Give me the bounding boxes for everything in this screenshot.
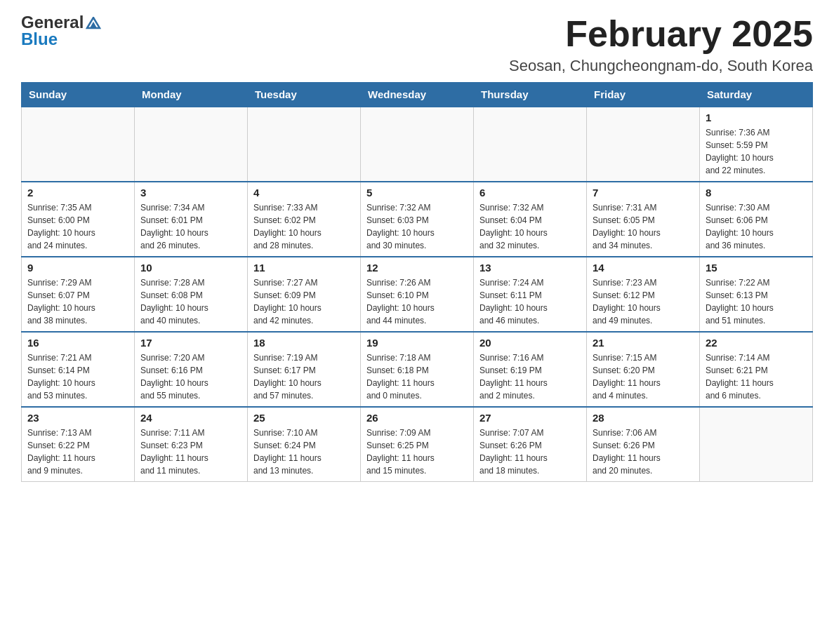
day-info: Sunrise: 7:26 AM Sunset: 6:10 PM Dayligh… [366, 276, 468, 327]
calendar-cell [361, 107, 474, 182]
month-title: February 2025 [509, 14, 813, 54]
day-info: Sunrise: 7:16 AM Sunset: 6:19 PM Dayligh… [479, 351, 581, 402]
day-info: Sunrise: 7:24 AM Sunset: 6:11 PM Dayligh… [479, 276, 581, 327]
day-info: Sunrise: 7:14 AM Sunset: 6:21 PM Dayligh… [706, 351, 807, 402]
calendar-week-row: 2Sunrise: 7:35 AM Sunset: 6:00 PM Daylig… [22, 182, 813, 257]
page-header: General Blue February 2025 Seosan, Chung… [21, 14, 813, 75]
calendar-header-wednesday: Wednesday [361, 83, 474, 107]
day-info: Sunrise: 7:13 AM Sunset: 6:22 PM Dayligh… [27, 427, 128, 477]
calendar-cell: 8Sunrise: 7:30 AM Sunset: 6:06 PM Daylig… [700, 182, 813, 257]
calendar-cell: 9Sunrise: 7:29 AM Sunset: 6:07 PM Daylig… [22, 257, 135, 332]
calendar-header-sunday: Sunday [22, 83, 135, 107]
day-number: 11 [253, 262, 355, 274]
calendar-cell: 1Sunrise: 7:36 AM Sunset: 5:59 PM Daylig… [700, 107, 813, 182]
calendar-cell: 11Sunrise: 7:27 AM Sunset: 6:09 PM Dayli… [248, 257, 361, 332]
day-number: 24 [140, 412, 241, 424]
day-number: 25 [253, 412, 355, 424]
calendar-cell: 28Sunrise: 7:06 AM Sunset: 6:26 PM Dayli… [587, 407, 700, 482]
calendar-week-row: 16Sunrise: 7:21 AM Sunset: 6:14 PM Dayli… [22, 332, 813, 407]
day-info: Sunrise: 7:21 AM Sunset: 6:14 PM Dayligh… [27, 351, 128, 402]
day-info: Sunrise: 7:33 AM Sunset: 6:02 PM Dayligh… [253, 201, 355, 252]
logo-triangle-icon [86, 17, 101, 29]
calendar-cell: 27Sunrise: 7:07 AM Sunset: 6:26 PM Dayli… [474, 407, 587, 482]
logo-blue-text: Blue [21, 29, 58, 48]
day-info: Sunrise: 7:34 AM Sunset: 6:01 PM Dayligh… [140, 201, 241, 252]
day-info: Sunrise: 7:30 AM Sunset: 6:06 PM Dayligh… [706, 201, 807, 252]
calendar-cell: 5Sunrise: 7:32 AM Sunset: 6:03 PM Daylig… [361, 182, 474, 257]
day-number: 20 [479, 337, 581, 349]
calendar-week-row: 23Sunrise: 7:13 AM Sunset: 6:22 PM Dayli… [22, 407, 813, 482]
day-info: Sunrise: 7:07 AM Sunset: 6:26 PM Dayligh… [479, 427, 581, 477]
calendar-cell: 14Sunrise: 7:23 AM Sunset: 6:12 PM Dayli… [587, 257, 700, 332]
calendar-cell [587, 107, 700, 182]
day-number: 21 [593, 337, 694, 349]
day-number: 27 [479, 412, 581, 424]
calendar-cell: 6Sunrise: 7:32 AM Sunset: 6:04 PM Daylig… [474, 182, 587, 257]
calendar-table: SundayMondayTuesdayWednesdayThursdayFrid… [21, 82, 813, 482]
calendar-header-monday: Monday [135, 83, 248, 107]
day-info: Sunrise: 7:06 AM Sunset: 6:26 PM Dayligh… [593, 427, 694, 477]
day-info: Sunrise: 7:18 AM Sunset: 6:18 PM Dayligh… [366, 351, 468, 402]
day-number: 9 [27, 262, 128, 274]
logo-general-text: General [21, 14, 84, 31]
calendar-cell: 21Sunrise: 7:15 AM Sunset: 6:20 PM Dayli… [587, 332, 700, 407]
calendar-cell: 13Sunrise: 7:24 AM Sunset: 6:11 PM Dayli… [474, 257, 587, 332]
calendar-header-saturday: Saturday [700, 83, 813, 107]
day-number: 26 [366, 412, 468, 424]
calendar-header-tuesday: Tuesday [248, 83, 361, 107]
calendar-cell: 4Sunrise: 7:33 AM Sunset: 6:02 PM Daylig… [248, 182, 361, 257]
logo: General Blue [21, 14, 101, 48]
title-area: February 2025 Seosan, Chungcheongnam-do,… [509, 14, 813, 75]
calendar-cell: 12Sunrise: 7:26 AM Sunset: 6:10 PM Dayli… [361, 257, 474, 332]
day-number: 13 [479, 262, 581, 274]
day-number: 23 [27, 412, 128, 424]
day-info: Sunrise: 7:29 AM Sunset: 6:07 PM Dayligh… [27, 276, 128, 327]
calendar-cell: 22Sunrise: 7:14 AM Sunset: 6:21 PM Dayli… [700, 332, 813, 407]
calendar-cell: 25Sunrise: 7:10 AM Sunset: 6:24 PM Dayli… [248, 407, 361, 482]
calendar-cell: 26Sunrise: 7:09 AM Sunset: 6:25 PM Dayli… [361, 407, 474, 482]
day-info: Sunrise: 7:11 AM Sunset: 6:23 PM Dayligh… [140, 427, 241, 477]
day-number: 17 [140, 337, 241, 349]
day-info: Sunrise: 7:20 AM Sunset: 6:16 PM Dayligh… [140, 351, 241, 402]
calendar-cell [474, 107, 587, 182]
day-info: Sunrise: 7:31 AM Sunset: 6:05 PM Dayligh… [593, 201, 694, 252]
day-number: 10 [140, 262, 241, 274]
calendar-cell [135, 107, 248, 182]
calendar-cell: 18Sunrise: 7:19 AM Sunset: 6:17 PM Dayli… [248, 332, 361, 407]
day-number: 12 [366, 262, 468, 274]
day-info: Sunrise: 7:23 AM Sunset: 6:12 PM Dayligh… [593, 276, 694, 327]
day-number: 22 [706, 337, 807, 349]
calendar-header-thursday: Thursday [474, 83, 587, 107]
day-info: Sunrise: 7:15 AM Sunset: 6:20 PM Dayligh… [593, 351, 694, 402]
day-info: Sunrise: 7:32 AM Sunset: 6:04 PM Dayligh… [479, 201, 581, 252]
day-info: Sunrise: 7:27 AM Sunset: 6:09 PM Dayligh… [253, 276, 355, 327]
day-number: 19 [366, 337, 468, 349]
day-number: 5 [366, 187, 468, 199]
day-info: Sunrise: 7:36 AM Sunset: 5:59 PM Dayligh… [706, 126, 807, 177]
day-number: 14 [593, 262, 694, 274]
calendar-cell: 17Sunrise: 7:20 AM Sunset: 6:16 PM Dayli… [135, 332, 248, 407]
day-number: 4 [253, 187, 355, 199]
day-number: 1 [706, 112, 807, 123]
calendar-cell: 3Sunrise: 7:34 AM Sunset: 6:01 PM Daylig… [135, 182, 248, 257]
calendar-cell: 19Sunrise: 7:18 AM Sunset: 6:18 PM Dayli… [361, 332, 474, 407]
calendar-cell: 15Sunrise: 7:22 AM Sunset: 6:13 PM Dayli… [700, 257, 813, 332]
day-number: 3 [140, 187, 241, 199]
calendar-cell: 7Sunrise: 7:31 AM Sunset: 6:05 PM Daylig… [587, 182, 700, 257]
day-info: Sunrise: 7:32 AM Sunset: 6:03 PM Dayligh… [366, 201, 468, 252]
calendar-cell: 2Sunrise: 7:35 AM Sunset: 6:00 PM Daylig… [22, 182, 135, 257]
day-number: 7 [593, 187, 694, 199]
location-title: Seosan, Chungcheongnam-do, South Korea [509, 57, 813, 75]
calendar-cell: 23Sunrise: 7:13 AM Sunset: 6:22 PM Dayli… [22, 407, 135, 482]
day-info: Sunrise: 7:28 AM Sunset: 6:08 PM Dayligh… [140, 276, 241, 327]
calendar-cell: 24Sunrise: 7:11 AM Sunset: 6:23 PM Dayli… [135, 407, 248, 482]
calendar-header-friday: Friday [587, 83, 700, 107]
calendar-cell [248, 107, 361, 182]
calendar-header-row: SundayMondayTuesdayWednesdayThursdayFrid… [22, 83, 813, 107]
calendar-week-row: 9Sunrise: 7:29 AM Sunset: 6:07 PM Daylig… [22, 257, 813, 332]
calendar-cell [700, 407, 813, 482]
day-info: Sunrise: 7:10 AM Sunset: 6:24 PM Dayligh… [253, 427, 355, 477]
day-number: 16 [27, 337, 128, 349]
day-number: 18 [253, 337, 355, 349]
day-number: 6 [479, 187, 581, 199]
